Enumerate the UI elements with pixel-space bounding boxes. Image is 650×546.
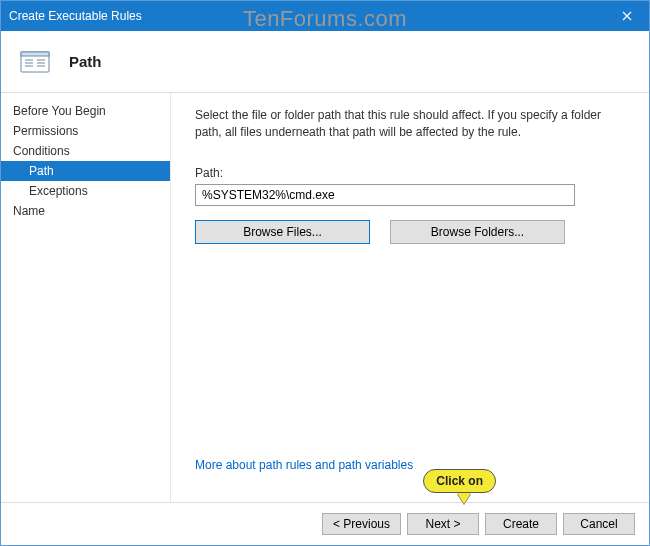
page-icon bbox=[19, 46, 51, 78]
help-link[interactable]: More about path rules and path variables bbox=[195, 458, 625, 472]
browse-row: Browse Files... Browse Folders... bbox=[195, 220, 625, 244]
main-panel: Select the file or folder path that this… bbox=[171, 93, 649, 502]
callout-annotation: Click on bbox=[423, 469, 496, 504]
create-button[interactable]: Create bbox=[485, 513, 557, 535]
sidebar-item-exceptions[interactable]: Exceptions bbox=[1, 181, 170, 201]
dialog-window: Create Executable Rules Path Before You … bbox=[0, 0, 650, 546]
window-title: Create Executable Rules bbox=[9, 9, 605, 23]
sidebar-item-path[interactable]: Path bbox=[1, 161, 170, 181]
close-icon bbox=[622, 11, 632, 21]
titlebar: Create Executable Rules bbox=[1, 1, 649, 31]
previous-button[interactable]: < Previous bbox=[322, 513, 401, 535]
callout-text: Click on bbox=[423, 469, 496, 493]
sidebar-item-before-you-begin[interactable]: Before You Begin bbox=[1, 101, 170, 121]
header: Path bbox=[1, 31, 649, 93]
callout-tail bbox=[457, 493, 471, 504]
sidebar-item-conditions[interactable]: Conditions bbox=[1, 141, 170, 161]
description-text: Select the file or folder path that this… bbox=[195, 107, 625, 142]
close-button[interactable] bbox=[605, 1, 649, 31]
cancel-button[interactable]: Cancel bbox=[563, 513, 635, 535]
sidebar-item-permissions[interactable]: Permissions bbox=[1, 121, 170, 141]
footer: < Previous Next > Create Cancel bbox=[1, 502, 649, 545]
path-input[interactable] bbox=[195, 184, 575, 206]
path-label: Path: bbox=[195, 166, 625, 180]
sidebar: Before You Begin Permissions Conditions … bbox=[1, 93, 171, 502]
browse-folders-button[interactable]: Browse Folders... bbox=[390, 220, 565, 244]
sidebar-item-name[interactable]: Name bbox=[1, 201, 170, 221]
browse-files-button[interactable]: Browse Files... bbox=[195, 220, 370, 244]
svg-rect-1 bbox=[21, 52, 49, 56]
page-title: Path bbox=[69, 53, 102, 70]
body: Before You Begin Permissions Conditions … bbox=[1, 93, 649, 502]
next-button[interactable]: Next > bbox=[407, 513, 479, 535]
